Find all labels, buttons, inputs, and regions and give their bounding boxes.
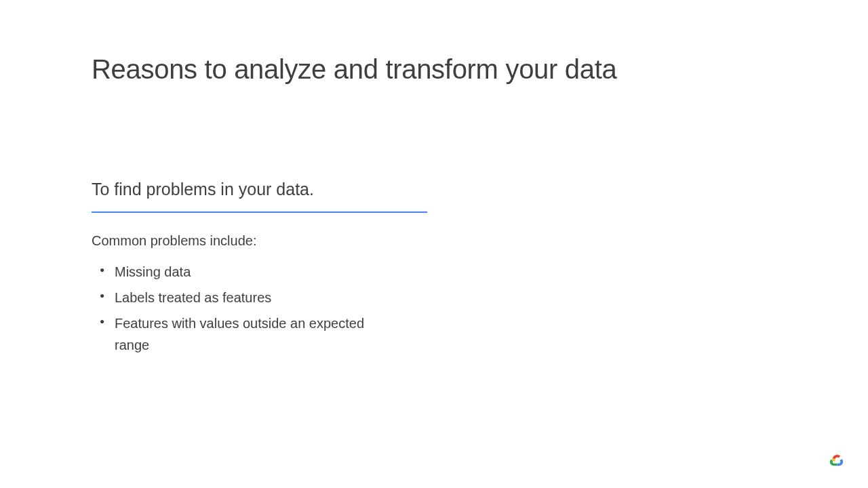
list-item: Features with values outside an expected… [100,312,398,356]
slide-title: Reasons to analyze and transform your da… [92,54,776,85]
google-cloud-logo-icon [827,450,848,470]
slide-subtitle: To find problems in your data. [92,180,776,199]
list-item: Missing data [100,261,398,283]
subtitle-underline [92,211,427,213]
slide-subheading: Common problems include: [92,233,776,249]
list-item: Labels treated as features [100,287,398,308]
bullet-list: Missing data Labels treated as features … [92,261,776,356]
slide-container: Reasons to analyze and transform your da… [0,0,868,356]
